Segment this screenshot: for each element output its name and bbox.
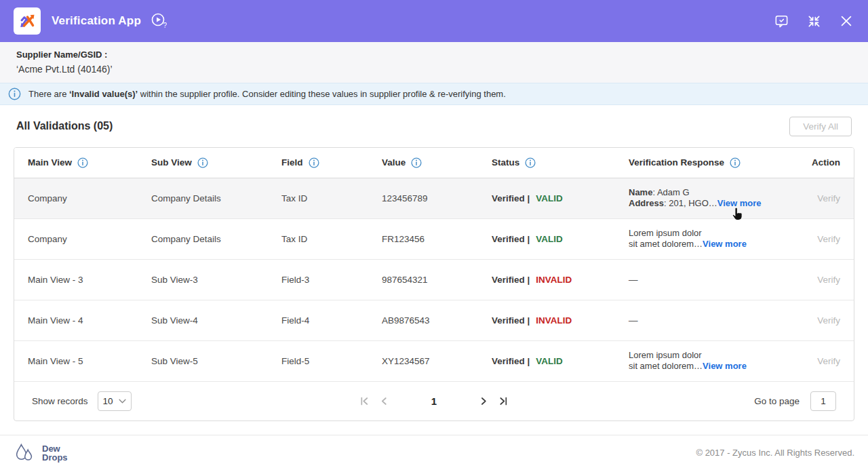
status-badge: VALID [536,193,563,203]
chevron-down-icon [119,399,126,404]
validations-table-container: Main ViewSub ViewFieldValueStatusVerific… [14,147,854,421]
verify-button[interactable]: Verify [817,234,840,244]
table-row: Main View - 5Sub View-5Field-5XY1234567V… [14,340,854,381]
info-icon[interactable] [77,157,88,168]
previous-page-button[interactable] [378,395,389,406]
verify-button[interactable]: Verify [817,275,840,285]
cell-value: AB9876543 [368,300,478,340]
verification-app-window: Verification App ? [0,0,868,470]
show-records-label: Show records [32,396,88,406]
cell-main-view: Company [14,218,138,259]
status-verified-label: Verified | [492,356,530,366]
status-badge: INVALID [536,315,572,326]
verify-all-button[interactable]: Verify All [789,117,852,136]
info-icon[interactable] [197,157,208,168]
cell-value: XY1234567 [368,340,478,381]
cell-action: Verify [787,340,854,381]
page-size-select[interactable]: 10 [98,391,132,411]
cell-action: Verify [787,259,854,300]
cell-action: Verify [787,300,854,340]
info-icon[interactable] [411,157,422,168]
verify-button[interactable]: Verify [817,356,840,366]
brand-line-1: Dew [42,444,68,453]
dew-drops-brand: Dew Drops [14,443,68,463]
column-header-sub-view: Sub View [138,148,268,178]
go-to-page-input[interactable] [810,391,836,411]
view-more-link[interactable]: View more [703,361,747,371]
response-line: Lorem ipsum dolor [629,350,783,361]
info-icon[interactable] [309,157,319,168]
validations-table: Main ViewSub ViewFieldValueStatusVerific… [14,148,854,382]
brand-line-2: Drops [42,453,68,462]
column-header-status: Status [478,148,615,178]
help-video-icon[interactable]: ? [151,12,167,31]
next-page-button[interactable] [479,395,490,406]
response-line: Lorem ipsum dolor [629,228,783,239]
cell-verification-response: — [615,300,787,340]
status-badge: INVALID [536,275,572,285]
verify-button[interactable]: Verify [817,193,840,203]
column-label: Sub View [151,157,192,168]
column-header-value: Value [368,148,478,178]
supplier-name-value: ‘Acme Pvt.Ltd (40146)’ [16,64,852,75]
verify-button[interactable]: Verify [817,315,840,326]
cell-status: Verified |INVALID [478,300,615,340]
close-icon[interactable] [838,13,854,29]
current-page-number: 1 [431,395,437,407]
view-more-link[interactable]: View more [717,198,762,208]
feedback-icon[interactable] [773,13,789,29]
validations-header: All Validations (05) Verify All [0,105,868,147]
validations-title: All Validations (05) [16,120,113,132]
cell-status: Verified |INVALID [478,259,615,300]
app-title: Verification App [52,14,141,28]
info-icon[interactable] [730,157,741,168]
cell-verification-response: Lorem ipsum dolorsit amet dolorem…View m… [615,340,787,381]
svg-text:?: ? [163,22,167,29]
copyright-text: © 2017 - Zycus Inc. All Rights Reserved. [696,448,854,458]
column-label: Action [812,157,840,168]
column-header-action: Action [787,148,854,178]
column-header-main-view: Main View [14,148,138,178]
top-bar: Verification App ? [0,0,868,42]
go-to-page-label: Go to page [754,396,800,406]
status-verified-label: Verified | [492,315,530,326]
column-label: Main View [28,157,72,168]
cell-sub-view: Sub View-4 [138,300,268,340]
cell-sub-view: Company Details [138,178,268,218]
crossed-arrows-logo-icon [18,12,37,31]
banner-text: There are ‘Invalid value(s)’ within the … [28,89,506,99]
cell-status: Verified |VALID [478,218,615,259]
page-footer: Dew Drops © 2017 - Zycus Inc. All Rights… [0,435,868,470]
cell-status: Verified |VALID [478,178,615,218]
cell-value: FR123456 [368,218,478,259]
column-header-verification-response: Verification Response [615,148,787,178]
status-verified-label: Verified | [492,234,530,244]
response-empty: — [629,275,638,285]
table-row: Main View - 3Sub View-3Field-3987654321V… [14,259,854,300]
app-logo [14,7,41,35]
cell-value: 123456789 [368,178,478,218]
table-body: CompanyCompany DetailsTax ID123456789Ver… [14,178,854,381]
pagination-bar: Show records 10 [14,382,854,420]
status-badge: VALID [536,356,563,366]
cell-value: 987654321 [368,259,478,300]
cell-sub-view: Sub View-3 [138,259,268,300]
cell-main-view: Main View - 4 [14,300,138,340]
response-line: Address: 201, HGO…View more [629,198,783,209]
invalid-values-banner: There are ‘Invalid value(s)’ within the … [0,83,868,105]
cell-verification-response: — [615,259,787,300]
view-more-link[interactable]: View more [703,239,747,249]
cell-field: Tax ID [268,178,368,218]
response-line: Name: Adam G [629,187,783,198]
info-icon[interactable] [525,157,536,168]
first-page-button[interactable] [359,395,370,406]
collapse-window-icon[interactable] [806,13,822,29]
cell-sub-view: Sub View-5 [138,340,268,381]
page-size-value: 10 [103,396,113,406]
info-icon [8,87,21,100]
supplier-section: Supplier Name/GSID : ‘Acme Pvt.Ltd (4014… [0,42,868,83]
table-row: CompanyCompany DetailsTax IDFR123456Veri… [14,218,854,259]
response-line: sit amet dolorem…View more [629,239,783,250]
cell-action: Verify [787,178,854,218]
last-page-button[interactable] [498,395,509,406]
